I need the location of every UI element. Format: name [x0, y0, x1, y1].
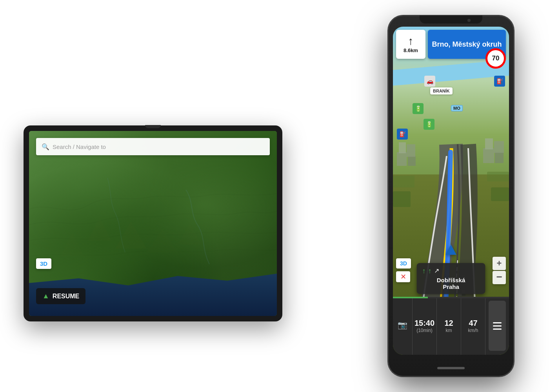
- nav-map: ↑ 8.6km Brno, Městský okruh 70 🚗 BRANÍK: [393, 27, 509, 355]
- poi-green2-icon: 🔋: [424, 119, 434, 130]
- tablet-3d-button[interactable]: 3D: [36, 258, 51, 269]
- camera-icon: 📷: [398, 320, 407, 330]
- instr-arrow-straight2: ↑: [428, 267, 432, 275]
- phone-3d-button[interactable]: 3D: [396, 258, 411, 269]
- nav-direction-box: ↑ 8.6km: [396, 30, 425, 59]
- poi-fuel-left-icon: ⛽: [397, 129, 408, 140]
- speed-limit-circle: 70: [485, 48, 506, 69]
- svg-rect-23: [494, 141, 504, 153]
- svg-rect-24: [393, 176, 414, 187]
- nav-street-name: Brno, Městský okruh: [432, 40, 502, 49]
- instr-street2: Praha: [422, 283, 480, 290]
- status-item-camera: 📷: [393, 297, 413, 355]
- status-distance-unit: km: [446, 328, 452, 333]
- status-speed-unit: km/h: [468, 328, 478, 333]
- nav-progress-bar: [393, 297, 509, 298]
- phone-camera-icon: [467, 19, 471, 22]
- status-item-time: 15:40 (10min): [413, 297, 437, 355]
- instruction-streets: Dobříšská Praha: [422, 277, 480, 290]
- phone-home-button[interactable]: [437, 367, 465, 369]
- svg-rect-19: [407, 144, 415, 157]
- tablet-screen: 🔍 Search / Navigate to 3D ▲ RESUME: [29, 131, 277, 316]
- road-label-mo: MO: [451, 105, 463, 111]
- status-item-distance: 12 km: [437, 297, 461, 355]
- phone-device: ↑ 8.6km Brno, Městský okruh 70 🚗 BRANÍK: [388, 16, 514, 376]
- resume-arrow-icon: ▲: [42, 292, 49, 300]
- zoom-in-button[interactable]: +: [493, 257, 506, 270]
- phone-top-bar: [420, 16, 482, 24]
- instruction-arrows: ↑ ↑ ↗: [422, 267, 480, 275]
- nav-distance: 8.6km: [404, 47, 418, 53]
- status-time: 15:40: [414, 319, 434, 328]
- instr-street1: Dobříšská: [422, 277, 480, 283]
- search-input-placeholder[interactable]: Search / Navigate to: [53, 143, 106, 150]
- nav-cursor-arrow: [445, 245, 456, 255]
- zoom-controls: + −: [493, 257, 506, 284]
- tablet-device: 🔍 Search / Navigate to 3D ▲ RESUME: [24, 125, 282, 321]
- svg-rect-17: [408, 156, 416, 166]
- status-speed: 47: [469, 319, 477, 328]
- app-scene: 🔍 Search / Navigate to 3D ▲ RESUME: [0, 0, 549, 392]
- speed-limit-sign: 70: [485, 48, 506, 69]
- nav-status-bar: 📷 15:40 (10min) 12 km 47: [393, 297, 509, 355]
- status-distance: 12: [444, 319, 453, 328]
- instruction-box: ↑ ↑ ↗ Dobříšská Praha: [417, 263, 485, 294]
- menu-line-2: [493, 325, 502, 327]
- instr-arrow-turn: ↗: [434, 267, 439, 275]
- tablet-camera: [145, 125, 161, 128]
- svg-rect-18: [399, 142, 406, 153]
- speed-limit-value: 70: [492, 54, 500, 62]
- nav-progress-fill: [393, 297, 428, 298]
- phone-screen: ↑ 8.6km Brno, Městský okruh 70 🚗 BRANÍK: [393, 27, 509, 355]
- svg-rect-16: [397, 152, 407, 166]
- search-icon: 🔍: [42, 143, 49, 151]
- tablet-search-bar[interactable]: 🔍 Search / Navigate to: [36, 138, 270, 155]
- poi-branik-label: BRANÍK: [430, 87, 453, 94]
- menu-line-3: [493, 328, 502, 330]
- status-item-speed: 47 km/h: [461, 297, 485, 355]
- poi-fuel-right-icon: ⛽: [494, 76, 505, 87]
- svg-rect-26: [393, 191, 411, 207]
- svg-rect-21: [495, 152, 504, 163]
- instr-arrow-straight: ↑: [422, 267, 426, 275]
- phone-cancel-button[interactable]: ✕: [396, 271, 410, 282]
- resume-label: RESUME: [53, 293, 79, 300]
- nav-direction-arrow: ↑: [408, 36, 414, 47]
- poi-green1-icon: 🔋: [413, 103, 424, 114]
- zoom-out-button[interactable]: −: [493, 271, 506, 284]
- svg-rect-27: [491, 187, 509, 201]
- poi-car-icon: 🚗: [424, 76, 435, 87]
- svg-rect-20: [483, 148, 494, 163]
- svg-rect-25: [487, 172, 509, 181]
- nav-menu-button[interactable]: [489, 301, 506, 351]
- menu-line-1: [493, 322, 502, 323]
- tablet-resume-button[interactable]: ▲ RESUME: [36, 288, 85, 304]
- status-time-sub: (10min): [416, 328, 433, 333]
- svg-rect-22: [485, 138, 493, 149]
